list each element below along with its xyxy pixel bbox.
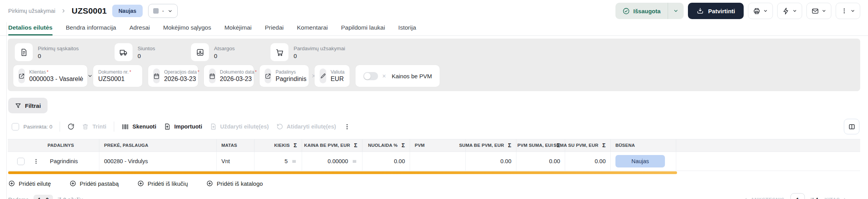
sum-icon[interactable]: Σ bbox=[508, 142, 511, 148]
tab-mokejimai[interactable]: Mokėjimai bbox=[225, 24, 252, 35]
tab-istorija[interactable]: Istorija bbox=[398, 24, 416, 35]
confirm-button-label: Patvirtinti bbox=[708, 8, 735, 14]
row-status-badge: Naujas bbox=[615, 155, 665, 167]
select-all-checkbox[interactable] bbox=[12, 123, 19, 130]
close-line-icon bbox=[210, 123, 217, 130]
column-header-busena[interactable]: BŪSENA bbox=[611, 139, 676, 151]
email-button[interactable] bbox=[806, 3, 831, 19]
status-badge: Naujas bbox=[112, 5, 143, 17]
toolbar-more-button[interactable] bbox=[343, 123, 351, 130]
field-operacijos-data[interactable]: Operacijos data* 2026-03-23 bbox=[148, 65, 198, 87]
delete-button[interactable]: Trinti bbox=[82, 123, 106, 130]
kainos-be-pvm-toggle[interactable] bbox=[363, 72, 378, 80]
field-dokumento-data[interactable]: Dokumento data* 2026-03-23 bbox=[204, 65, 254, 87]
breadcrumb[interactable]: Pirkimų užsakymai bbox=[8, 8, 55, 14]
filters-button[interactable]: Filtrai bbox=[8, 98, 48, 113]
add-from-catalog-label: Pridėti iš katalogo bbox=[217, 180, 263, 187]
column-header-padalinys[interactable]: PADALINYS bbox=[8, 139, 99, 151]
chevron-down-icon bbox=[850, 9, 855, 13]
stat-atsargos[interactable]: Atsargos 0 bbox=[191, 43, 235, 61]
tab-papildomi-laukai[interactable]: Papildomi laukai bbox=[341, 24, 385, 35]
column-header-matas[interactable]: MATAS bbox=[217, 139, 255, 151]
field-dokumento-nr[interactable]: Dokumento nr.* UZS0001 bbox=[93, 65, 142, 87]
cell-value: 0.00000 bbox=[328, 158, 348, 164]
actions-button[interactable] bbox=[777, 3, 802, 19]
refresh-button[interactable] bbox=[67, 123, 74, 130]
tab-priedai[interactable]: Priedai bbox=[265, 24, 283, 35]
field-valiuta[interactable]: Valiuta EUR bbox=[315, 65, 350, 87]
column-header-kaina-be-pvm[interactable]: KAINA BE PVM, EURΣ bbox=[302, 139, 362, 151]
clear-icon[interactable]: ✕ bbox=[382, 73, 386, 79]
status-color-dropdown[interactable]: - bbox=[148, 4, 178, 18]
document-fields: Klientas* 0000003 - Vasarelė Dokumento n… bbox=[13, 65, 855, 87]
tab-komentarai[interactable]: Komentarai bbox=[297, 24, 328, 35]
total-rows-label: iš 0 eilučių bbox=[58, 197, 83, 199]
refresh-icon bbox=[67, 123, 74, 130]
column-settings-button[interactable] bbox=[844, 119, 859, 134]
field-padalinys[interactable]: Padalinys Pagrindinis ✕ bbox=[260, 65, 309, 87]
row-menu-button[interactable] bbox=[33, 158, 39, 165]
import-button[interactable]: Importuoti bbox=[164, 123, 202, 130]
columns-icon bbox=[848, 123, 856, 130]
row-checkbox[interactable] bbox=[17, 158, 25, 165]
saved-dropdown-chevron[interactable] bbox=[668, 3, 684, 19]
field-value: 0000003 - Vasarelė bbox=[29, 76, 83, 83]
cell-pvm[interactable] bbox=[410, 152, 466, 171]
open-lines-button[interactable]: Atidaryti eilutę(es) bbox=[276, 123, 336, 130]
tab-bendra-informacija[interactable]: Bendra informacija bbox=[66, 24, 116, 35]
saved-button[interactable]: Išsaugota bbox=[615, 3, 684, 19]
add-note-button[interactable]: Pridėti pastabą bbox=[69, 180, 119, 187]
add-from-catalog-button[interactable]: Pridėti iš katalogo bbox=[206, 180, 263, 187]
column-header-nuolaida[interactable]: NUOLAIDA %Σ bbox=[362, 139, 410, 151]
close-lines-button[interactable]: Uždaryti eilutę(es) bbox=[210, 123, 269, 130]
toggle-label: Kainos be PVM bbox=[392, 73, 432, 79]
invoice-icon bbox=[20, 48, 28, 56]
next-page-button[interactable]: KITAS bbox=[824, 197, 848, 199]
quantity-menu-icon[interactable] bbox=[291, 158, 297, 164]
column-header-suma-su-pvm[interactable]: SUMA SU PVM, EURΣ bbox=[565, 139, 611, 151]
cell-kiekis[interactable]: 5 bbox=[255, 152, 302, 171]
cell-nuolaida[interactable]: 0.00 bbox=[362, 152, 410, 171]
field-klientas[interactable]: Klientas* 0000003 - Vasarelė bbox=[13, 65, 87, 87]
cell-matas[interactable]: Vnt bbox=[217, 152, 255, 171]
delete-label: Trinti bbox=[92, 123, 106, 130]
previous-page-button[interactable]: ANKSTESNIS bbox=[743, 197, 785, 199]
sum-icon[interactable]: Σ bbox=[401, 142, 405, 148]
toggle-knob bbox=[364, 73, 371, 79]
price-menu-icon[interactable] bbox=[352, 158, 357, 164]
confirm-button[interactable]: Patvirtinti bbox=[688, 3, 744, 19]
add-note-label: Pridėti pastabą bbox=[80, 180, 119, 187]
page-number-input[interactable]: 1 bbox=[790, 193, 805, 199]
required-asterisk: * bbox=[47, 69, 49, 75]
sum-icon[interactable]: Σ bbox=[293, 142, 297, 148]
sum-icon[interactable]: Σ bbox=[354, 142, 357, 148]
plus-circle-icon bbox=[137, 180, 144, 187]
sum-icon[interactable]: Σ bbox=[602, 142, 606, 148]
column-header-preke[interactable]: PREKĖ, PASLAUGA bbox=[99, 139, 217, 151]
chevron-down-icon[interactable] bbox=[87, 73, 93, 79]
import-icon bbox=[164, 123, 171, 130]
cell-preke[interactable]: 000280 - Virdulys bbox=[99, 152, 217, 171]
cell-value: 0.00 bbox=[549, 158, 560, 164]
tab-detalios-eilutes[interactable]: Detalios eilutės bbox=[8, 24, 53, 35]
divider bbox=[60, 122, 60, 132]
print-button[interactable] bbox=[748, 3, 773, 19]
scan-button[interactable]: Skenuoti bbox=[122, 123, 156, 130]
cell-suma-su-pvm: 0.00 bbox=[565, 152, 611, 171]
cell-kaina-be-pvm[interactable]: 0.00000 bbox=[302, 152, 362, 171]
column-header-pvm[interactable]: PVM bbox=[410, 139, 466, 151]
stat-siuntos[interactable]: Siuntos 0 bbox=[115, 43, 155, 61]
column-header-suma-be-pvm[interactable]: SUMA BE PVM, EURΣ bbox=[466, 139, 516, 151]
stat-value: 0 bbox=[38, 53, 79, 59]
close-lines-label: Uždaryti eilutę(es) bbox=[220, 123, 269, 130]
column-header-kiekis[interactable]: KIEKISΣ bbox=[255, 139, 302, 151]
add-from-stock-button[interactable]: Pridėti iš likučių bbox=[137, 180, 188, 187]
tab-mokejimo-salygos[interactable]: Mokėjimo sąlygos bbox=[163, 24, 211, 35]
stat-pirkimu-saskaitos[interactable]: Pirkimų sąskaitos 0 bbox=[15, 43, 79, 61]
more-menu-button[interactable] bbox=[836, 3, 860, 19]
stat-pardavimu-uzsakymai[interactable]: Pardavimų užsakymai 0 bbox=[270, 43, 345, 61]
tab-adresai[interactable]: Adresai bbox=[129, 24, 150, 35]
chevron-right-icon bbox=[842, 197, 848, 199]
add-line-button[interactable]: Pridėti eilutę bbox=[8, 180, 51, 187]
inventory-icon bbox=[196, 48, 204, 56]
